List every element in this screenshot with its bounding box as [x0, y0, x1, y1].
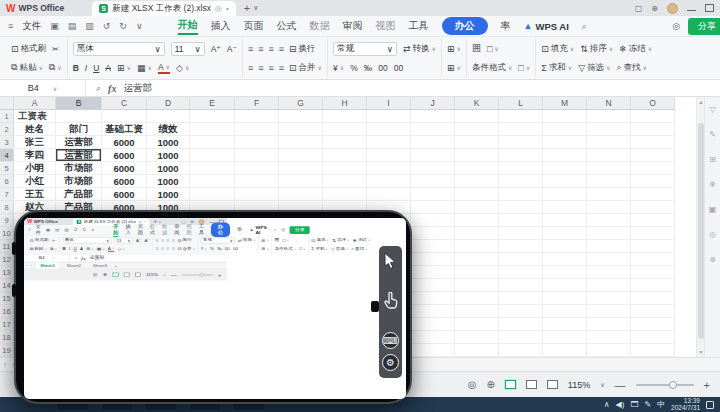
number-format-select[interactable]: 常规∨ [333, 42, 397, 56]
currency-button[interactable]: ¥∨ [201, 247, 207, 252]
cell-I1[interactable] [367, 110, 411, 123]
cell-I6[interactable] [367, 175, 411, 188]
menu-file[interactable]: 文件 [36, 224, 41, 236]
cell-G7[interactable] [279, 188, 323, 201]
cell-B4[interactable]: 运营部 [56, 149, 102, 162]
quickbar-caret-icon[interactable]: ∨ [91, 228, 95, 233]
restore-button[interactable] [705, 4, 714, 12]
feedback-icon[interactable]: ◎ [281, 228, 285, 233]
minimize-button[interactable] [687, 10, 696, 11]
cell-O3[interactable] [631, 136, 675, 149]
cell-L12[interactable] [499, 253, 543, 266]
cell-B1[interactable] [56, 110, 102, 123]
cell-M14[interactable] [543, 279, 587, 292]
cell-B5[interactable]: 市场部 [56, 162, 102, 175]
page-layout-view-button[interactable] [124, 273, 130, 277]
cell-G1[interactable] [279, 110, 323, 123]
cell-O15[interactable] [631, 292, 675, 305]
row-header-2[interactable]: 2 [0, 123, 14, 136]
clock[interactable]: 13:39 2024/7/31 [671, 398, 700, 412]
cell-J13[interactable] [411, 266, 455, 279]
eraser-button[interactable]: ◇∨ [117, 247, 124, 252]
save-icon[interactable]: ▣ [46, 228, 51, 233]
sheet-tab-1[interactable]: Sheet1 [36, 263, 59, 269]
find-button[interactable]: ⌕查找∨ [616, 62, 646, 74]
cell-K17[interactable] [455, 318, 499, 331]
cell-N2[interactable] [587, 123, 631, 136]
share-button[interactable]: 分享 [290, 226, 310, 234]
strikethrough-button[interactable]: A [80, 247, 83, 252]
cell-N12[interactable] [587, 253, 631, 266]
currency-button[interactable]: ¥∨ [333, 63, 344, 73]
cell-C5[interactable]: 6000 [102, 162, 147, 175]
convert-button[interactable]: ⇄转换∨ [238, 237, 255, 242]
panel-icon[interactable]: ✎ [709, 130, 716, 139]
conditional-format-button[interactable]: 条件格式∨ [472, 62, 512, 74]
cell-K9[interactable] [455, 214, 499, 227]
cell-J18[interactable] [411, 331, 455, 344]
cell-style-button[interactable]: ⊞∨ [447, 63, 461, 73]
row-header-19[interactable]: 19 [0, 344, 14, 357]
cell-L16[interactable] [499, 305, 543, 318]
wrap-text-button[interactable]: ⊟换行 [177, 237, 191, 242]
decrease-font-button[interactable]: A⁻ [144, 238, 149, 243]
tab-page[interactable]: 页面 [244, 19, 264, 33]
cell-A1[interactable]: 工资表 [14, 110, 56, 123]
decrease-font-button[interactable]: A⁻ [227, 44, 237, 54]
cell-A2[interactable]: 姓名 [14, 123, 56, 136]
increase-font-button[interactable]: A⁺ [136, 238, 141, 243]
cell-C7[interactable]: 6000 [102, 188, 147, 201]
cell-N15[interactable] [587, 292, 631, 305]
font-name-select[interactable]: 黑体∨ [63, 237, 112, 243]
cell-N10[interactable] [587, 227, 631, 240]
cell-C6[interactable]: 6000 [102, 175, 147, 188]
cell-K7[interactable] [455, 188, 499, 201]
sheet-nav-icons[interactable]: ‹ › [26, 264, 33, 267]
align-middle-icon[interactable]: ≡ [258, 44, 262, 54]
cell-C2[interactable]: 基础工资 [102, 123, 147, 136]
tab-insert[interactable]: 插入 [211, 19, 231, 33]
cell-N4[interactable] [587, 149, 631, 162]
cell-N14[interactable] [587, 279, 631, 292]
strikethrough-button[interactable]: A [105, 63, 111, 73]
row-header-9[interactable]: 9 [0, 214, 14, 227]
column-header-L[interactable]: L [499, 97, 543, 110]
decrease-decimal-button[interactable]: 00 [233, 247, 238, 252]
redo-icon[interactable]: ↻ [82, 228, 86, 233]
align-top-icon[interactable]: ≡ [156, 238, 158, 243]
column-header-C[interactable]: C [102, 97, 147, 110]
workspace-icon[interactable]: ▢ [635, 4, 643, 13]
cell-H1[interactable] [323, 110, 367, 123]
cell-O6[interactable] [631, 175, 675, 188]
cell-M18[interactable] [543, 331, 587, 344]
cell-B3[interactable]: 运营部 [56, 136, 102, 149]
cell-F5[interactable] [235, 162, 279, 175]
cell-E6[interactable] [190, 175, 235, 188]
cell-M12[interactable] [543, 253, 587, 266]
zoom-slider-handle[interactable] [200, 273, 204, 277]
cell-M5[interactable] [543, 162, 587, 175]
cell-M17[interactable] [543, 318, 587, 331]
cell-L15[interactable] [499, 292, 543, 305]
feedback-icon[interactable]: ◎ [672, 21, 680, 31]
align-center-icon[interactable]: ≡ [258, 63, 262, 73]
phone-screen[interactable]: W WPS Office S 新建 XLSX 工作表 (2).xlsx ◎ • … [24, 218, 406, 399]
eye-icon[interactable]: ◎ [468, 379, 477, 390]
chat-icon[interactable]: 🗖 [630, 400, 638, 409]
cell-B2[interactable]: 部门 [56, 123, 102, 136]
underline-button[interactable]: U [73, 247, 76, 252]
cell-H4[interactable] [323, 149, 367, 162]
cell-N19[interactable] [587, 344, 631, 357]
borders-button[interactable]: ⊞∨ [117, 63, 131, 73]
column-header-F[interactable]: F [235, 97, 279, 110]
cell-I4[interactable] [367, 149, 411, 162]
column-header-E[interactable]: E [190, 97, 235, 110]
cell-M19[interactable] [543, 344, 587, 357]
cell-M11[interactable] [543, 240, 587, 253]
cell-N18[interactable] [587, 331, 631, 344]
volume-icon[interactable]: ◀) [616, 400, 625, 409]
tab-review[interactable]: 审阅 [343, 19, 363, 33]
panel-icon[interactable]: ❄ [709, 180, 716, 189]
find-button[interactable]: ⌕查找∨ [351, 246, 367, 251]
cell-D3[interactable]: 1000 [147, 136, 190, 149]
